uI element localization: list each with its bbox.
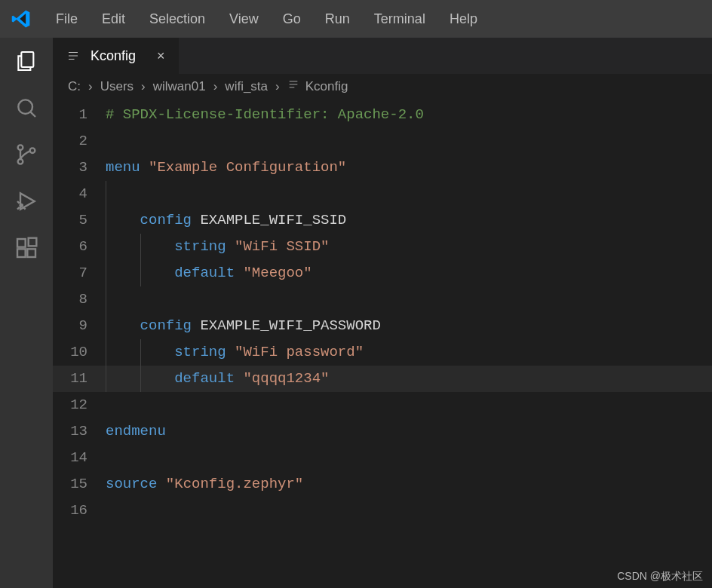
line-content[interactable]: # SPDX-License-Identifier: Apache-2.0 bbox=[106, 102, 712, 128]
line-content[interactable]: source "Kconfig.zephyr" bbox=[106, 471, 712, 498]
tab-kconfig[interactable]: Kconfig × bbox=[53, 38, 180, 74]
code-line[interactable]: 10 string "WiFi password" bbox=[53, 339, 712, 366]
svg-rect-9 bbox=[29, 238, 37, 247]
code-editor[interactable]: 1# SPDX-License-Identifier: Apache-2.023… bbox=[53, 102, 712, 588]
line-content[interactable]: default "Meegoo" bbox=[106, 260, 712, 286]
explorer-icon[interactable] bbox=[14, 48, 39, 74]
code-line[interactable]: 13endmenu bbox=[53, 418, 712, 445]
svg-point-1 bbox=[18, 100, 32, 114]
token-str: "WiFi SSID" bbox=[235, 238, 329, 255]
code-line[interactable]: 4 bbox=[53, 181, 712, 207]
svg-rect-6 bbox=[17, 239, 26, 247]
line-number: 7 bbox=[53, 260, 106, 286]
code-line[interactable]: 1# SPDX-License-Identifier: Apache-2.0 bbox=[53, 102, 712, 128]
line-number: 1 bbox=[53, 102, 106, 128]
token-comment: # SPDX-License-Identifier: Apache-2.0 bbox=[106, 106, 424, 123]
indent-guide bbox=[140, 234, 175, 260]
svg-point-5 bbox=[20, 204, 23, 207]
code-line[interactable]: 8 bbox=[53, 286, 712, 313]
menu-help[interactable]: Help bbox=[439, 7, 488, 32]
indent-guide bbox=[140, 339, 175, 366]
token-kw: endmenu bbox=[106, 423, 166, 439]
svg-rect-8 bbox=[27, 249, 35, 257]
line-number: 6 bbox=[53, 234, 106, 260]
line-number: 12 bbox=[53, 392, 106, 418]
line-content[interactable] bbox=[106, 286, 712, 313]
breadcrumb-segment[interactable]: Users bbox=[100, 79, 134, 94]
line-number: 15 bbox=[53, 471, 106, 498]
chevron-right-icon: › bbox=[88, 79, 93, 94]
breadcrumb-segment[interactable]: wifi_sta bbox=[225, 79, 268, 94]
indent-guide bbox=[140, 260, 175, 286]
breadcrumb[interactable]: C:›Users›wilwan01›wifi_sta›Kconfig bbox=[53, 74, 712, 102]
indent-guide bbox=[106, 286, 140, 313]
line-number: 4 bbox=[53, 181, 106, 207]
indent-guide bbox=[106, 366, 140, 392]
svg-rect-0 bbox=[21, 52, 33, 67]
menu-selection[interactable]: Selection bbox=[139, 7, 216, 32]
menu-view[interactable]: View bbox=[219, 7, 269, 32]
source-control-icon[interactable] bbox=[14, 142, 39, 167]
menu-terminal[interactable]: Terminal bbox=[364, 7, 436, 32]
line-number: 11 bbox=[53, 366, 106, 392]
indent-guide bbox=[106, 234, 140, 260]
menu-file[interactable]: File bbox=[45, 7, 88, 32]
code-line[interactable]: 6 string "WiFi SSID" bbox=[53, 234, 712, 260]
file-lines-icon bbox=[66, 49, 80, 63]
line-content[interactable] bbox=[106, 181, 712, 207]
line-number: 3 bbox=[53, 155, 106, 181]
svg-rect-7 bbox=[17, 249, 26, 257]
menu-go[interactable]: Go bbox=[272, 7, 312, 32]
line-content[interactable]: menu "Example Configuration" bbox=[106, 155, 712, 181]
breadcrumb-segment[interactable]: Kconfig bbox=[287, 78, 348, 94]
line-number: 2 bbox=[53, 128, 106, 155]
token-kw: menu bbox=[106, 159, 140, 176]
breadcrumb-segment[interactable]: wilwan01 bbox=[153, 79, 206, 94]
indent-guide bbox=[106, 339, 140, 366]
vscode-window: FileEditSelectionViewGoRunTerminalHelp bbox=[0, 0, 712, 588]
indent-guide bbox=[140, 366, 175, 392]
indent-guide bbox=[106, 313, 140, 339]
line-content[interactable]: endmenu bbox=[106, 418, 712, 445]
menu-edit[interactable]: Edit bbox=[91, 7, 136, 32]
line-number: 5 bbox=[53, 207, 106, 234]
code-line[interactable]: 15source "Kconfig.zephyr" bbox=[53, 471, 712, 498]
watermark-text: CSDN @极术社区 bbox=[617, 570, 703, 583]
line-content[interactable]: string "WiFi SSID" bbox=[106, 234, 712, 260]
line-number: 16 bbox=[53, 498, 106, 524]
close-icon[interactable]: × bbox=[157, 49, 165, 63]
menu-bar: FileEditSelectionViewGoRunTerminalHelp bbox=[0, 0, 712, 38]
editor-group: Kconfig × C:›Users›wilwan01›wifi_sta›Kco… bbox=[53, 38, 712, 588]
extensions-icon[interactable] bbox=[14, 235, 39, 261]
menu-run[interactable]: Run bbox=[315, 7, 361, 32]
line-number: 10 bbox=[53, 339, 106, 366]
code-line[interactable]: 7 default "Meegoo" bbox=[53, 260, 712, 286]
line-content[interactable]: config EXAMPLE_WIFI_SSID bbox=[106, 207, 712, 234]
code-line[interactable]: 3menu "Example Configuration" bbox=[53, 155, 712, 181]
token-plain bbox=[235, 265, 243, 281]
token-plain bbox=[140, 159, 149, 176]
code-line[interactable]: 2 bbox=[53, 128, 712, 155]
line-number: 14 bbox=[53, 445, 106, 471]
code-line[interactable]: 14 bbox=[53, 445, 712, 471]
token-str: "Kconfig.zephyr" bbox=[166, 476, 303, 492]
token-kw: source bbox=[106, 476, 157, 492]
search-icon[interactable] bbox=[14, 95, 39, 121]
token-kw: string bbox=[174, 238, 226, 255]
code-line[interactable]: 5 config EXAMPLE_WIFI_SSID bbox=[53, 207, 712, 234]
code-line[interactable]: 9 config EXAMPLE_WIFI_PASSWORD bbox=[53, 313, 712, 339]
line-content[interactable]: default "qqqq1234" bbox=[106, 366, 712, 392]
line-content[interactable]: string "WiFi password" bbox=[106, 339, 712, 366]
code-line[interactable]: 16 bbox=[53, 498, 712, 524]
breadcrumb-segment[interactable]: C: bbox=[68, 79, 81, 94]
token-plain: EXAMPLE_WIFI_PASSWORD bbox=[192, 317, 381, 334]
code-line[interactable]: 12 bbox=[53, 392, 712, 418]
token-str: "WiFi password" bbox=[235, 344, 364, 360]
run-debug-icon[interactable] bbox=[14, 188, 39, 214]
token-str: "Example Configuration" bbox=[149, 159, 346, 176]
token-plain bbox=[235, 370, 243, 387]
token-str: "Meegoo" bbox=[243, 265, 312, 281]
svg-point-2 bbox=[18, 145, 23, 150]
code-line[interactable]: 11 default "qqqq1234" bbox=[53, 366, 712, 392]
line-content[interactable]: config EXAMPLE_WIFI_PASSWORD bbox=[106, 313, 712, 339]
